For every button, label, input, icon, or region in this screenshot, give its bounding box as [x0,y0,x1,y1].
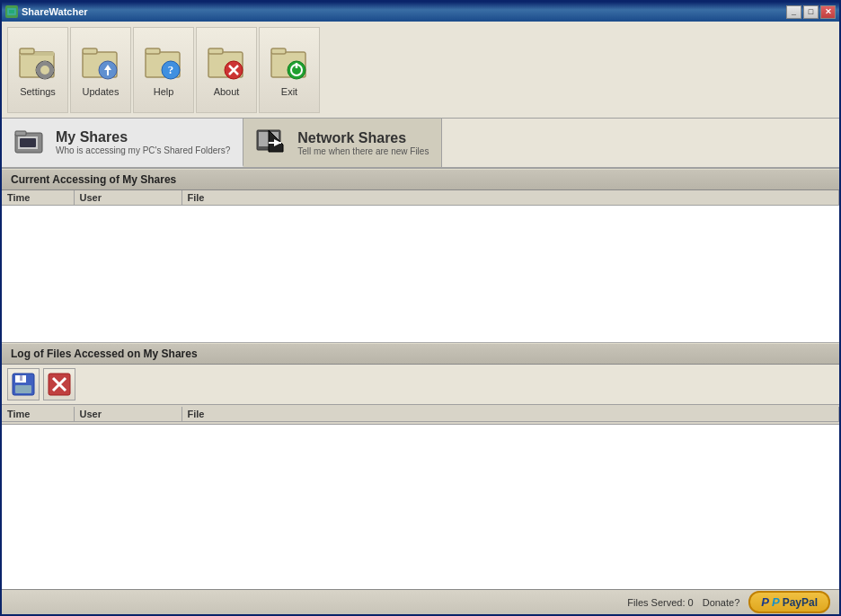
paypal-p2: P [772,595,780,609]
svg-rect-12 [83,48,97,54]
log-clear-button[interactable] [43,368,75,400]
titlebar-left: ShareWatcher [5,5,88,18]
about-icon [207,43,246,83]
log-col-time: Time [2,407,74,422]
exit-icon [270,43,309,83]
updates-icon [81,43,120,83]
current-table: Time User File [2,190,839,206]
log-table-cols: Time User File [2,407,839,422]
statusbar: Files Served: 0 Donate? PP PayPal [2,589,839,614]
svg-rect-41 [15,385,31,393]
svg-point-6 [40,66,49,75]
log-table-header-row: Time User File [2,405,839,425]
paypal-button[interactable]: PP PayPal [748,591,830,613]
log-save-button[interactable] [7,368,40,400]
col-user-1: User [74,190,181,206]
log-col-file: File [181,407,839,422]
donate-text: Donate? [703,597,740,608]
exit-label: Exit [281,86,297,97]
main-window: ShareWatcher _ □ ✕ Settings [0,0,841,616]
my-shares-icon [14,126,47,158]
paypal-pp: P [761,595,769,609]
about-label: About [214,86,240,97]
files-served-text: Files Served: 0 [627,597,693,608]
log-table-area [2,425,839,589]
exit-button[interactable]: Exit [259,27,320,113]
svg-rect-31 [20,138,36,147]
tab-my-shares-text: My Shares Who is accessing my PC's Share… [56,129,230,155]
toolbar: Settings Updates ? Help [2,22,839,119]
nav-tabs: My Shares Who is accessing my PC's Share… [2,119,839,169]
col-time-1: Time [2,190,74,206]
svg-rect-4 [20,48,34,54]
tab-my-shares-subtitle: Who is accessing my PC's Shared Folders? [56,145,230,155]
svg-rect-19 [208,48,223,54]
titlebar-controls: _ □ ✕ [786,5,836,19]
titlebar: ShareWatcher _ □ ✕ [2,2,839,22]
log-section-title: Log of Files Accessed on My Shares [11,348,198,360]
app-title: ShareWatcher [22,6,88,17]
updates-label: Updates [83,86,120,97]
network-shares-icon [256,127,288,159]
tab-network-shares-text: Network Shares Tell me when there are ne… [297,130,429,156]
svg-rect-9 [36,68,40,72]
log-section: Log of Files Accessed on My Shares [2,343,839,589]
svg-rect-24 [271,48,286,54]
app-icon [5,5,18,18]
current-table-header: Time User File [2,190,839,206]
col-file-1: File [181,190,839,206]
help-label: Help [154,86,174,97]
log-table-header: Time User File [2,407,839,422]
svg-rect-15 [146,48,160,54]
svg-rect-1 [9,10,14,13]
svg-rect-10 [50,68,54,72]
tab-network-shares-title: Network Shares [297,130,429,146]
save-log-icon [12,373,35,396]
log-col-user: User [74,407,181,422]
minimize-button[interactable]: _ [786,5,801,19]
current-section-header: Current Accessing of My Shares [2,169,839,190]
maximize-button[interactable]: □ [803,5,819,19]
paypal-label: PayPal [783,596,818,609]
settings-icon [18,43,58,83]
settings-label: Settings [20,86,56,97]
svg-rect-29 [15,131,26,136]
tab-my-shares-title: My Shares [56,129,230,145]
current-table-area: Time User File [2,190,839,343]
clear-log-icon [48,373,71,396]
about-button[interactable]: About [196,27,257,113]
svg-rect-8 [43,75,47,79]
svg-text:?: ? [168,63,174,76]
tab-network-shares-subtitle: Tell me when there are new Files [297,146,429,156]
log-section-header: Log of Files Accessed on My Shares [2,343,839,365]
svg-rect-32 [27,149,34,152]
tab-my-shares[interactable]: My Shares Who is accessing my PC's Share… [2,119,243,167]
settings-button[interactable]: Settings [7,27,68,113]
updates-button[interactable]: Updates [70,27,131,113]
main-content: Current Accessing of My Shares Time User… [2,169,839,589]
close-button[interactable]: ✕ [820,5,836,19]
tab-network-shares[interactable]: Network Shares Tell me when there are ne… [243,119,442,167]
help-button[interactable]: ? Help [133,27,194,113]
log-toolbar [2,365,839,405]
svg-rect-40 [20,375,22,381]
current-section-title: Current Accessing of My Shares [11,173,176,186]
help-icon: ? [144,43,183,83]
svg-rect-7 [43,61,47,65]
